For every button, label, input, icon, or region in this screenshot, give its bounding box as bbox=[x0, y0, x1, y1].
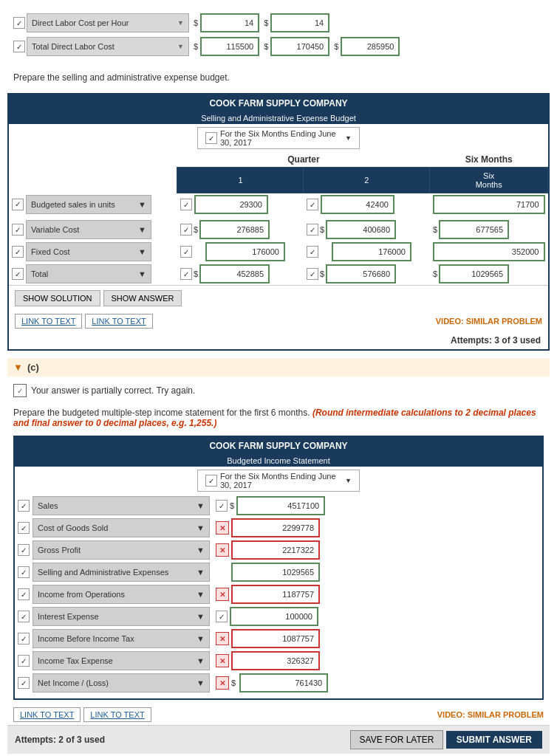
selling-admin-checkbox[interactable] bbox=[18, 566, 30, 578]
income-ops-checkbox[interactable] bbox=[18, 588, 30, 600]
gross-profit-row: Gross Profit ▼ ✕ 2217322 bbox=[15, 539, 542, 561]
partial-correct-text: Your answer is partially correct. Try ag… bbox=[31, 385, 195, 396]
table-row: Budgeted sales in units ▼ 29300 bbox=[9, 193, 548, 216]
income-before-tax-row: Income Before Income Tax ▼ ✕ 1087757 bbox=[15, 628, 542, 650]
gross-profit-dropdown[interactable]: Gross Profit ▼ bbox=[33, 540, 210, 560]
bottom-bar: Attempts: 2 of 3 used SAVE FOR LATER SUB… bbox=[7, 725, 550, 754]
income-tax-dropdown[interactable]: Income Tax Expense ▼ bbox=[33, 651, 210, 670]
total-direct-six: 285950 bbox=[341, 37, 400, 56]
interest-checkbox[interactable] bbox=[18, 611, 30, 622]
gp-error-icon: ✕ bbox=[216, 543, 229, 557]
variable-cost-q1: 276885 bbox=[199, 220, 270, 239]
ops-error-icon: ✕ bbox=[216, 588, 229, 601]
col1-header: 1 bbox=[177, 168, 304, 193]
gp-checkbox[interactable] bbox=[18, 544, 30, 556]
variable-cost-six: 677565 bbox=[439, 220, 509, 239]
sales-val-checkbox[interactable] bbox=[216, 500, 228, 512]
dropdown-arrow-icon2: ▼ bbox=[177, 43, 184, 50]
income-ops-dropdown[interactable]: Income from Operations ▼ bbox=[33, 585, 210, 604]
income-link-to-text-1[interactable]: LINK TO TEXT bbox=[13, 707, 81, 722]
sales-dropdown[interactable]: Sales ▼ bbox=[33, 496, 210, 515]
total-dropdown[interactable]: Total ▼ bbox=[26, 264, 151, 284]
submit-answer-button[interactable]: SUBMIT ANSWER bbox=[446, 731, 542, 749]
interest-val-checkbox[interactable] bbox=[216, 611, 228, 622]
selling-admin-dropdown[interactable]: Selling and Administrative Expenses ▼ bbox=[33, 563, 210, 582]
table-row: Fixed Cost ▼ 176000 bbox=[9, 241, 548, 263]
income-ops-value[interactable]: 1187757 bbox=[231, 585, 320, 604]
income-period-checkbox[interactable] bbox=[205, 475, 217, 487]
selling-attempts-text: Attempts: 3 of 3 used bbox=[9, 331, 548, 349]
direct-labor-checkbox[interactable] bbox=[13, 17, 25, 29]
fixed-cost-six: 352000 bbox=[433, 242, 545, 261]
net-income-error-icon: ✕ bbox=[216, 676, 229, 690]
variable-cost-checkbox[interactable] bbox=[12, 224, 24, 236]
show-answer-button[interactable]: SHOW ANSWER bbox=[103, 290, 182, 306]
direct-labor-dropdown[interactable]: Direct Labor Cost per Hour ▼ bbox=[27, 13, 189, 32]
selling-admin-row: Selling and Administrative Expenses ▼ 10… bbox=[15, 561, 542, 583]
net-income-value: 761430 bbox=[239, 673, 328, 693]
prepare-selling-text: Prepare the selling and administrative e… bbox=[7, 68, 550, 87]
bud-q2-checkbox[interactable] bbox=[307, 199, 318, 210]
fixed-cost-q2: 176000 bbox=[332, 242, 411, 261]
gross-profit-value[interactable]: 2217322 bbox=[231, 540, 320, 560]
partial-correct-icon: ✓ bbox=[13, 384, 27, 397]
tot-q2-cb[interactable] bbox=[307, 268, 318, 280]
cogs-value[interactable]: 2299778 bbox=[231, 518, 320, 537]
col3-header: SixMonths bbox=[430, 168, 548, 193]
income-company-name: COOK FARM SUPPLY COMPANY bbox=[15, 437, 542, 455]
variable-cost-dropdown[interactable]: Variable Cost ▼ bbox=[26, 220, 151, 239]
fixed-cost-dropdown[interactable]: Fixed Cost ▼ bbox=[26, 242, 151, 261]
triangle-icon: ▼ bbox=[13, 362, 23, 373]
income-before-tax-dropdown[interactable]: Income Before Income Tax ▼ bbox=[33, 629, 210, 648]
budgeted-sales-checkbox[interactable] bbox=[12, 199, 24, 210]
bud-q1-checkbox[interactable] bbox=[180, 199, 192, 210]
total-direct-labor-checkbox[interactable] bbox=[13, 41, 25, 52]
section-c-header: ▼ (c) bbox=[7, 358, 550, 377]
income-period-label: For the Six Months Ending June 30, 2017 bbox=[220, 472, 342, 489]
ibit-checkbox[interactable] bbox=[18, 633, 30, 645]
budgeted-sales-six: 71700 bbox=[433, 195, 545, 214]
income-link-to-text-2[interactable]: LINK TO TEXT bbox=[83, 707, 151, 722]
income-tax-value[interactable]: 326327 bbox=[231, 651, 320, 670]
sales-checkbox[interactable] bbox=[18, 500, 30, 512]
net-income-row: Net Income / (Loss) ▼ ✕ $ 761430 bbox=[15, 672, 542, 694]
link-to-text-button-2[interactable]: LINK TO TEXT bbox=[85, 314, 152, 329]
interest-expense-row: Interest Expense ▼ 100000 bbox=[15, 605, 542, 628]
interest-expense-dropdown[interactable]: Interest Expense ▼ bbox=[33, 607, 210, 626]
fixed-cost-checkbox[interactable] bbox=[12, 246, 24, 258]
interest-value: 100000 bbox=[230, 607, 318, 626]
total-q2: 576680 bbox=[326, 264, 396, 284]
direct-labor-q1-value: 14 bbox=[200, 13, 259, 32]
var-q1-cb[interactable] bbox=[180, 224, 192, 236]
cogs-checkbox[interactable] bbox=[18, 522, 30, 534]
budgeted-sales-dropdown[interactable]: Budgeted sales in units ▼ bbox=[26, 195, 151, 214]
show-solution-button[interactable]: SHOW SOLUTION bbox=[15, 290, 100, 306]
total-checkbox[interactable] bbox=[12, 268, 24, 280]
selling-table-title: Selling and Administrative Expense Budge… bbox=[9, 112, 548, 124]
fix-q1-cb[interactable] bbox=[180, 246, 192, 258]
fix-q2-cb[interactable] bbox=[307, 246, 318, 258]
quarter-header: Quarter bbox=[177, 152, 430, 168]
income-tax-row: Income Tax Expense ▼ ✕ 326327 bbox=[15, 650, 542, 672]
net-income-checkbox[interactable] bbox=[18, 677, 30, 689]
total-direct-labor-dropdown[interactable]: Total Direct Labor Cost ▼ bbox=[27, 37, 189, 56]
income-video-link[interactable]: VIDEO: SIMILAR PROBLEM bbox=[437, 710, 544, 719]
var-q2-cb[interactable] bbox=[307, 224, 318, 236]
tax-checkbox[interactable] bbox=[18, 655, 30, 667]
direct-labor-q2-value: 14 bbox=[270, 13, 329, 32]
video-similar-problem-link[interactable]: VIDEO: SIMILAR PROBLEM bbox=[436, 317, 542, 326]
income-table-title: Budgeted Income Statement bbox=[15, 455, 542, 467]
instructions-text: Prepare the budgeted multiple-step incom… bbox=[13, 408, 310, 418]
net-income-dropdown[interactable]: Net Income / (Loss) ▼ bbox=[33, 673, 210, 693]
save-for-later-button[interactable]: SAVE FOR LATER bbox=[350, 730, 444, 749]
total-direct-q2: 170450 bbox=[270, 37, 329, 56]
total-six: 1029565 bbox=[439, 264, 509, 284]
period-checkbox-selling[interactable] bbox=[205, 132, 217, 144]
link-to-text-button-1[interactable]: LINK TO TEXT bbox=[15, 314, 82, 329]
ibit-error-icon: ✕ bbox=[216, 632, 229, 645]
col2-header: 2 bbox=[304, 168, 430, 193]
cogs-dropdown[interactable]: Cost of Goods Sold ▼ bbox=[33, 518, 210, 537]
tot-q1-cb[interactable] bbox=[180, 268, 192, 280]
budgeted-sales-q2: 42400 bbox=[321, 195, 394, 214]
income-before-tax-value[interactable]: 1087757 bbox=[231, 629, 320, 648]
